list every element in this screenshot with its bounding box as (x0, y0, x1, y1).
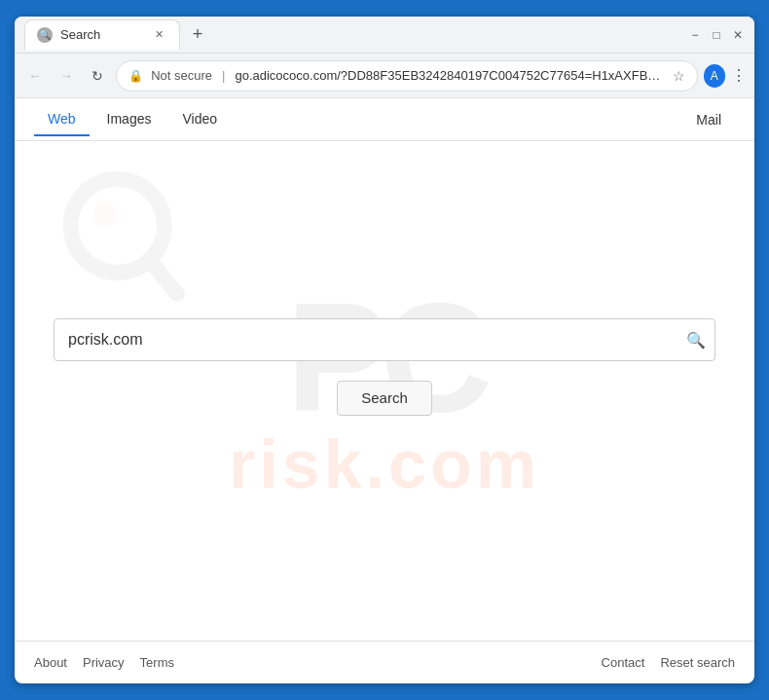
maximize-button[interactable]: □ (710, 28, 723, 42)
svg-point-2 (92, 203, 117, 227)
search-icon: 🔍 (686, 331, 706, 348)
bookmark-icon[interactable]: ☆ (673, 68, 685, 84)
footer-right: Contact Reset search (602, 655, 735, 670)
search-input-wrapper: 🔍 (54, 318, 715, 361)
favicon-icon: 🔍 (39, 29, 51, 40)
search-button[interactable]: Search (337, 381, 432, 416)
footer-about-link[interactable]: About (34, 655, 67, 670)
tab-close-button[interactable]: ✕ (150, 26, 167, 44)
tab-area: 🔍 Search ✕ + (24, 19, 682, 51)
browser-window: 🔍 Search ✕ + − □ ✕ ← → ↻ 🔒 Not secure | … (15, 17, 754, 683)
nav-item-images[interactable]: Images (93, 103, 165, 136)
svg-line-1 (152, 263, 177, 294)
magnifier-watermark (54, 170, 190, 307)
footer-reset-link[interactable]: Reset search (660, 655, 735, 670)
main-content: PC risk.com 🔍 Search (15, 141, 754, 641)
refresh-button[interactable]: ↻ (85, 62, 110, 90)
url-bar[interactable]: 🔒 Not secure | go.adicococo.com/?DD88F35… (116, 60, 697, 92)
browser-menu-icon[interactable]: ⋮ (731, 66, 747, 85)
active-tab[interactable]: 🔍 Search ✕ (24, 19, 180, 51)
nav-item-web[interactable]: Web (34, 103, 90, 136)
search-area: 🔍 Search (54, 318, 715, 416)
url-text: go.adicococo.com/?DD88F35EB3242840197C00… (235, 68, 664, 83)
minimize-button[interactable]: − (688, 28, 702, 42)
new-tab-button[interactable]: + (184, 21, 211, 49)
tab-favicon: 🔍 (37, 27, 53, 43)
forward-button[interactable]: → (54, 62, 79, 90)
watermark-risk-text: risk.com (229, 425, 540, 503)
footer-terms-link[interactable]: Terms (140, 655, 174, 670)
not-secure-label: Not secure (151, 68, 212, 83)
footer: About Privacy Terms Contact Reset search (15, 641, 754, 683)
footer-privacy-link[interactable]: Privacy (83, 655, 125, 670)
back-button[interactable]: ← (22, 62, 48, 90)
profile-icon[interactable]: A (704, 64, 725, 88)
nav-item-video[interactable]: Video (168, 103, 231, 136)
close-button[interactable]: ✕ (731, 28, 745, 42)
search-input[interactable] (54, 318, 715, 361)
lock-icon: 🔒 (128, 69, 143, 83)
footer-contact-link[interactable]: Contact (602, 655, 645, 670)
tab-title: Search (60, 27, 100, 42)
url-separator: | (222, 68, 225, 83)
title-bar: 🔍 Search ✕ + − □ ✕ (15, 17, 754, 54)
window-controls: − □ ✕ (688, 28, 745, 42)
svg-point-0 (71, 179, 165, 273)
address-bar: ← → ↻ 🔒 Not secure | go.adicococo.com/?D… (15, 54, 754, 98)
search-icon-button[interactable]: 🔍 (686, 330, 706, 349)
site-nav: Web Images Video Mail (15, 98, 754, 141)
nav-item-mail[interactable]: Mail (682, 104, 735, 135)
